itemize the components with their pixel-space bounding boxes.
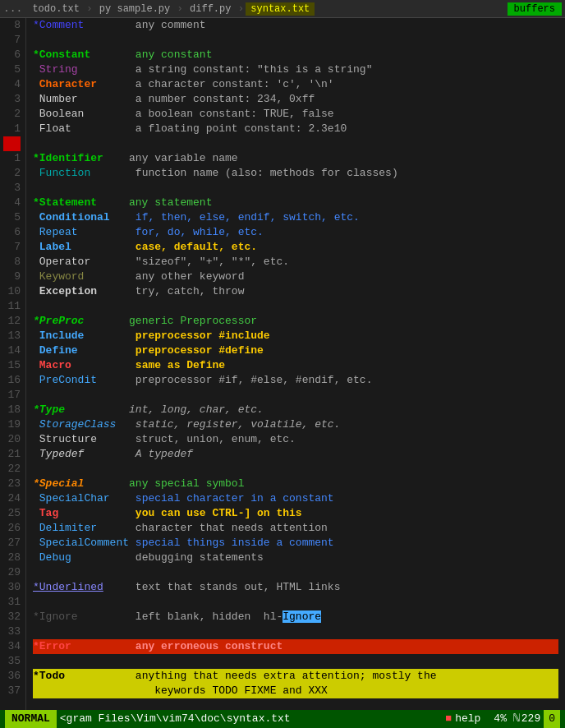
- line-number: 9: [3, 270, 21, 284]
- line-number: 20: [3, 432, 21, 447]
- code-line: Character a character constant: 'c', '\n…: [33, 77, 558, 92]
- code-line: Debug debugging statements: [33, 551, 558, 565]
- code-line: Delimiter character that needs attention: [33, 521, 558, 536]
- syntax-label: *: [33, 611, 39, 623]
- code-line: *Comment any comment: [33, 18, 558, 33]
- line-number: 24: [3, 491, 21, 506]
- code-line: SpecialComment special things inside a c…: [33, 536, 558, 551]
- line-number: 1: [3, 151, 21, 166]
- code-line: *Statement any statement: [33, 196, 558, 210]
- line-number: 31: [3, 595, 21, 610]
- code-line: SpecialChar special character in a const…: [33, 491, 558, 506]
- syntax-label: *Comment: [33, 19, 84, 31]
- code-line: Typedef A typedef: [33, 447, 558, 462]
- syntax-label: Function: [33, 167, 90, 179]
- code-line: *Constant any constant: [33, 48, 558, 62]
- code-line: Repeat for, do, while, etc.: [33, 225, 558, 240]
- line-number: 12: [3, 314, 21, 329]
- line-number: 22: [3, 462, 21, 477]
- syntax-desc: generic Preprocessor: [84, 315, 257, 327]
- syntax-label: *Underlined: [33, 581, 103, 593]
- tab-diff[interactable]: diff.py: [185, 2, 236, 16]
- syntax-label: Exception: [33, 285, 97, 297]
- line-number: 33: [3, 624, 21, 639]
- syntax-desc: text that stands out, HTML links: [103, 581, 341, 593]
- syntax-desc: a character constant: 'c', '\n': [97, 78, 334, 90]
- code-line: [33, 565, 558, 580]
- syntax-label: Delimiter: [33, 522, 97, 534]
- tab-sep-3: ›: [237, 2, 244, 15]
- syntax-desc: same as Define: [71, 359, 225, 371]
- code-line: PreCondit preprocessor #if, #else, #endi…: [33, 373, 558, 388]
- syntax-desc: preprocessor #define: [78, 344, 264, 357]
- line-number: 11: [3, 299, 21, 314]
- syntax-desc: A typedef: [84, 448, 193, 460]
- code-line: [33, 299, 558, 314]
- syntax-desc: "sizeof", "+", "*", etc.: [90, 256, 289, 268]
- syntax-label: *PreProc: [33, 315, 84, 327]
- syntax-desc: static, register, volatile, etc.: [116, 418, 340, 431]
- syntax-desc: any erroneous construct: [71, 640, 282, 652]
- status-line: 229: [521, 710, 540, 728]
- line-number: 36: [3, 669, 21, 684]
- line-number: 6: [3, 225, 21, 240]
- code-line: Keyword any other keyword: [33, 270, 558, 284]
- syntax-label: Macro: [33, 359, 71, 371]
- syntax-desc: a string constant: "this is a string": [78, 63, 373, 76]
- syntax-desc: case, default, etc.: [71, 241, 257, 253]
- syntax-desc: any special symbol: [84, 477, 244, 490]
- syntax-desc: any constant: [90, 48, 212, 61]
- code-line: Number a number constant: 234, 0xff: [33, 92, 558, 107]
- syntax-desc: for, do, while, etc.: [78, 226, 264, 238]
- tab-sep-1: ›: [86, 2, 93, 15]
- code-line: String a string constant: "this is a str…: [33, 62, 558, 77]
- syntax-label: Label: [33, 241, 71, 253]
- syntax-desc: any statement: [97, 196, 212, 209]
- status-bar: NORMAL <gram Files\Vim\vim74\doc\syntax.…: [0, 710, 565, 728]
- line-number: 10: [3, 284, 21, 299]
- line-number: [3, 136, 21, 151]
- line-number: 3: [3, 92, 21, 107]
- code-line: keywords TODO FIXME and XXX: [33, 684, 558, 698]
- code-line: Float a floating point constant: 2.3e10: [33, 122, 558, 136]
- syntax-label: *Type: [33, 403, 65, 416]
- syntax-desc: struct, union, enum, etc.: [97, 433, 296, 445]
- line-number: 8: [3, 18, 21, 33]
- code-line: [33, 595, 558, 610]
- buffers-button[interactable]: buffers: [508, 2, 562, 16]
- line-number: 29: [3, 565, 21, 580]
- tab-todo[interactable]: todo.txt: [27, 2, 85, 16]
- code-line: *Underlined text that stands out, HTML l…: [33, 580, 558, 595]
- status-file: <gram Files\Vim\vim74\doc\syntax.txt: [60, 710, 443, 728]
- code-line: Boolean a boolean constant: TRUE, false: [33, 107, 558, 122]
- line-number: 3: [3, 181, 21, 196]
- code-line: *Error any erroneous construct: [33, 639, 558, 654]
- tab-py-sample[interactable]: py sample.py: [94, 2, 175, 16]
- line-number: 2: [3, 166, 21, 181]
- syntax-label: Tag: [33, 507, 58, 519]
- code-line: Operator "sizeof", "+", "*", etc.: [33, 255, 558, 270]
- code-line: [33, 181, 558, 196]
- editor-body: 8765432112345678910111213141516171819202…: [0, 18, 565, 710]
- status-line-label: ℕ: [513, 710, 520, 728]
- tab-syntax[interactable]: syntax.txt: [246, 2, 315, 16]
- line-number: 17: [3, 388, 21, 403]
- syntax-label: Operator: [33, 256, 90, 268]
- code-line: [33, 136, 558, 151]
- code-line: *Type int, long, char, etc.: [33, 403, 558, 417]
- syntax-desc: special character in a constant: [110, 492, 334, 505]
- syntax-desc: Ignore: [39, 611, 78, 623]
- syntax-label: Debug: [33, 551, 71, 564]
- syntax-label: *Constant: [33, 48, 90, 61]
- status-col: 0: [544, 710, 560, 728]
- code-line: Include preprocessor #include: [33, 329, 558, 343]
- syntax-desc: you can use CTRL-] on this: [58, 507, 301, 519]
- syntax-label: Typedef: [33, 448, 84, 460]
- syntax-label: Float: [33, 122, 71, 135]
- syntax-label: *Special: [33, 477, 84, 490]
- syntax-label: SpecialComment: [33, 537, 129, 549]
- line-number: 7: [3, 240, 21, 255]
- syntax-desc: any comment: [84, 19, 205, 31]
- editor-container: 8765432112345678910111213141516171819202…: [0, 18, 565, 710]
- line-number: 7: [3, 33, 21, 48]
